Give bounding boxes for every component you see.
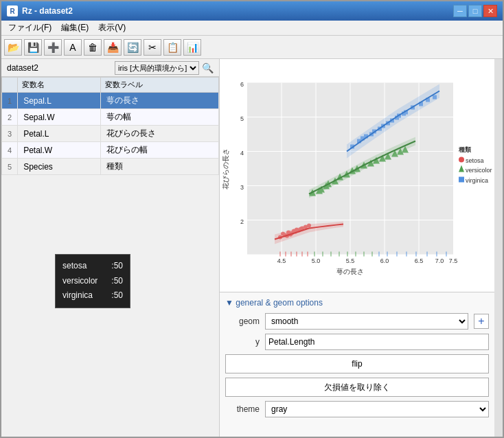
toolbar-save[interactable]: 💾 <box>24 39 42 56</box>
menu-bar: ファイル(F) 編集(E) 表示(V) <box>1 21 503 36</box>
y-input[interactable] <box>265 334 489 350</box>
plot-area: 2 3 4 5 6 4.5 5.0 5.5 6.0 6.5 7.0 7.5 花び… <box>220 59 494 292</box>
svg-text:花びらの長さ: 花びらの長さ <box>222 148 229 189</box>
row-varname: Species <box>18 159 101 175</box>
vertical-scrollbar[interactable] <box>494 59 503 437</box>
row-label: 花びらの長さ <box>100 126 218 142</box>
row-label: 萼の長さ <box>100 93 218 109</box>
svg-text:4.5: 4.5 <box>277 257 286 264</box>
section-toggle[interactable]: general & geom options <box>225 298 489 308</box>
maximize-button[interactable]: □ <box>468 5 482 17</box>
svg-text:5.5: 5.5 <box>346 257 355 264</box>
y-label: y <box>225 337 260 347</box>
toolbar: 📂 💾 ➕ A 🗑 📥 🔄 ✂ 📋 📊 <box>1 36 503 59</box>
svg-text:7.5: 7.5 <box>449 257 458 264</box>
variable-table: 変数名 変数ラベル 1Sepal.L萼の長さ2Sepal.W萼の幅3Petal.… <box>1 77 219 437</box>
toolbar-cut[interactable]: ✂ <box>144 39 161 56</box>
toolbar-delete[interactable]: 🗑 <box>84 39 102 56</box>
row-label: 種類 <box>100 159 218 175</box>
row-num: 3 <box>2 126 18 142</box>
table-row[interactable]: 4Petal.W花びらの幅 <box>2 142 219 159</box>
row-num: 5 <box>2 159 18 175</box>
bottom-panel: general & geom options geom smooth + y f… <box>220 292 494 437</box>
theme-select[interactable]: gray <box>265 401 489 417</box>
svg-text:6.5: 6.5 <box>415 257 424 264</box>
main-window: R Rz - dataset2 ─ □ ✕ ファイル(F) 編集(E) 表示(V… <box>0 0 504 438</box>
table-row[interactable]: 5Species種類 <box>2 159 219 175</box>
menu-view[interactable]: 表示(V) <box>94 21 130 35</box>
row-label: 萼の幅 <box>100 109 218 126</box>
toolbar-add[interactable]: ➕ <box>44 39 62 56</box>
remove-na-button[interactable]: 欠損値を取り除く <box>225 378 489 397</box>
y-row: y <box>225 334 489 350</box>
svg-text:7.0: 7.0 <box>435 257 444 264</box>
title-controls: ─ □ ✕ <box>453 5 497 17</box>
main-area: dataset2 iris [大局的環境から] 🔍 変数名 変数ラベル <box>1 59 503 437</box>
tooltip-line: versicolor:50 <box>62 274 123 289</box>
add-geom-button[interactable]: + <box>474 314 489 329</box>
flip-button[interactable]: flip <box>225 354 489 373</box>
title-bar: R Rz - dataset2 ─ □ ✕ <box>1 1 503 21</box>
tooltip-label: virginica <box>62 288 93 303</box>
row-varname: Sepal.W <box>18 109 101 126</box>
toolbar-import[interactable]: 📥 <box>104 39 122 56</box>
svg-text:6.0: 6.0 <box>380 257 389 264</box>
toolbar-open[interactable]: 📂 <box>4 39 22 56</box>
svg-text:5.0: 5.0 <box>312 257 321 264</box>
minimize-button[interactable]: ─ <box>453 5 467 17</box>
env-selector[interactable]: iris [大局的環境から] <box>115 61 199 75</box>
row-num: 1 <box>2 93 18 109</box>
svg-text:3: 3 <box>240 184 244 191</box>
svg-text:versicolor: versicolor <box>466 167 492 174</box>
row-varname: Sepal.L <box>18 93 101 109</box>
tooltip-label: setosa <box>62 259 87 274</box>
tooltip-label: versicolor <box>62 274 98 289</box>
svg-point-99 <box>459 157 464 163</box>
tooltip-value: :50 <box>111 288 123 303</box>
svg-marker-101 <box>459 165 464 172</box>
tooltip-box: setosa:50versicolor:50virginica:50 <box>55 254 130 308</box>
row-num: 2 <box>2 109 18 126</box>
tooltip-line: virginica:50 <box>62 288 123 303</box>
col-varname: 変数名 <box>18 78 101 93</box>
right-panel: 2 3 4 5 6 4.5 5.0 5.5 6.0 6.5 7.0 7.5 花び… <box>220 59 494 437</box>
menu-edit[interactable]: 編集(E) <box>57 21 93 35</box>
table-row[interactable]: 2Sepal.W萼の幅 <box>2 109 219 126</box>
row-label: 花びらの幅 <box>100 142 218 159</box>
svg-text:5: 5 <box>240 115 244 122</box>
theme-label: theme <box>225 404 260 414</box>
window-title: Rz - dataset2 <box>22 6 73 16</box>
dataset-bar: dataset2 iris [大局的環境から] 🔍 <box>1 59 219 77</box>
geom-row: geom smooth + <box>225 313 489 330</box>
left-panel: dataset2 iris [大局的環境から] 🔍 変数名 変数ラベル <box>1 59 220 437</box>
toolbar-copy[interactable]: 📋 <box>163 39 181 56</box>
table-row[interactable]: 1Sepal.L萼の長さ <box>2 93 219 109</box>
table-row[interactable]: 3Petal.L花びらの長さ <box>2 126 219 142</box>
toolbar-chart[interactable]: 📊 <box>183 39 201 56</box>
svg-text:4: 4 <box>240 150 244 157</box>
title-bar-left: R Rz - dataset2 <box>7 5 73 16</box>
tooltip-line: setosa:50 <box>62 259 123 274</box>
dataset-name: dataset2 <box>7 63 38 73</box>
svg-text:種類: 種類 <box>458 146 472 153</box>
toolbar-refresh[interactable]: 🔄 <box>124 39 141 56</box>
svg-text:setosa: setosa <box>466 157 484 164</box>
toolbar-text[interactable]: A <box>64 39 82 56</box>
close-button[interactable]: ✕ <box>483 5 497 17</box>
row-varname: Petal.W <box>18 142 101 159</box>
svg-text:萼の長さ: 萼の長さ <box>336 268 364 275</box>
app-icon: R <box>7 5 18 16</box>
svg-text:6: 6 <box>240 81 244 88</box>
row-num: 4 <box>2 142 18 159</box>
tooltip-value: :50 <box>111 274 123 289</box>
col-label: 変数ラベル <box>100 78 218 93</box>
svg-text:virginica: virginica <box>466 177 488 184</box>
geom-select[interactable]: smooth <box>265 313 468 330</box>
search-icon[interactable]: 🔍 <box>202 62 214 73</box>
menu-file[interactable]: ファイル(F) <box>4 21 56 35</box>
svg-rect-103 <box>459 177 464 183</box>
row-varname: Petal.L <box>18 126 101 142</box>
theme-row: theme gray <box>225 401 489 417</box>
tooltip-value: :50 <box>111 259 123 274</box>
col-num <box>2 78 18 93</box>
